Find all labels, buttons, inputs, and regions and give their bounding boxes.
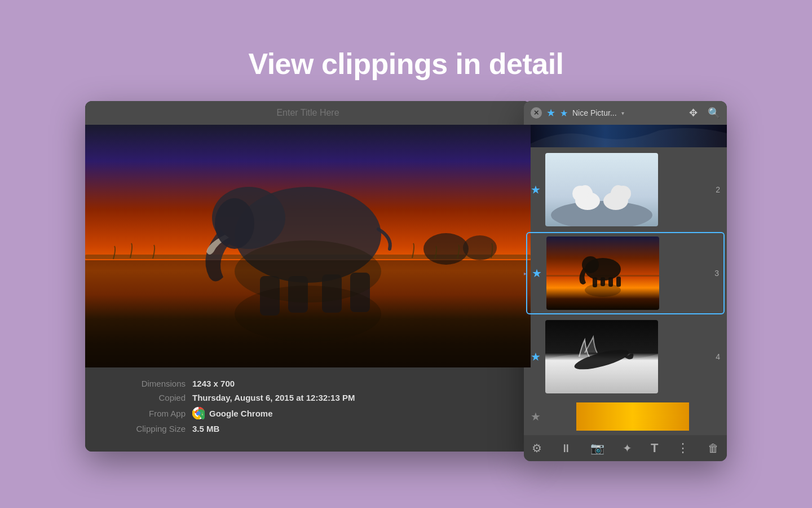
svg-point-15 bbox=[197, 411, 201, 415]
list-item[interactable]: ★ bbox=[526, 317, 725, 397]
from-app-value: Google Chrome bbox=[209, 409, 273, 418]
elephant-scene bbox=[85, 125, 531, 367]
list-item[interactable]: ★ bbox=[526, 399, 725, 433]
svg-point-8 bbox=[423, 233, 469, 265]
detail-image-area bbox=[85, 125, 531, 367]
from-app-row: From App Google Chrome bbox=[102, 407, 514, 419]
item-thumbnail bbox=[545, 153, 658, 226]
text-icon[interactable]: T bbox=[651, 441, 658, 456]
dimensions-value: 1243 x 700 bbox=[192, 379, 235, 388]
trash-icon[interactable]: 🗑 bbox=[708, 442, 719, 455]
dimensions-label: Dimensions bbox=[102, 379, 192, 388]
chevron-down-icon[interactable]: ▾ bbox=[621, 110, 624, 116]
dimensions-row: Dimensions 1243 x 700 bbox=[102, 379, 514, 388]
chrome-icon bbox=[192, 407, 205, 419]
page-title: View clippings in detail bbox=[248, 47, 563, 81]
close-button[interactable]: ✕ bbox=[531, 107, 542, 119]
sidebar-top-image bbox=[524, 125, 727, 147]
copied-value: Thursday, August 6, 2015 at 12:32:13 PM bbox=[192, 393, 355, 402]
sidebar-panel: ✕ ★ ★ Nice Pictur... ▾ ✥ 🔍 bbox=[524, 101, 727, 461]
clipping-size-value: 3.5 MB bbox=[192, 424, 219, 433]
sidebar-titlebar: ✕ ★ ★ Nice Pictur... ▾ ✥ 🔍 bbox=[524, 101, 727, 125]
item-thumbnail bbox=[546, 237, 659, 310]
svg-point-3 bbox=[215, 198, 254, 249]
favorite-star-icon[interactable]: ★ bbox=[546, 107, 555, 119]
pause-icon[interactable]: ⏸ bbox=[561, 442, 572, 455]
item-number: 2 bbox=[711, 185, 720, 194]
move-icon[interactable]: ✥ bbox=[689, 107, 698, 119]
item-thumbnail bbox=[545, 402, 720, 431]
selection-arrow: ▶ bbox=[524, 266, 527, 281]
svg-rect-30 bbox=[616, 277, 621, 287]
copied-label: Copied bbox=[102, 393, 192, 402]
gear-icon[interactable]: ⚙ bbox=[532, 441, 542, 455]
list-item-active[interactable]: ▶ ★ bbox=[526, 232, 725, 314]
detail-titlebar bbox=[85, 101, 531, 125]
item-star-icon[interactable]: ★ bbox=[532, 266, 542, 280]
sidebar-bottom-toolbar: ⚙ ⏸ 📷 ✦ T ⋮ 🗑 bbox=[524, 435, 727, 461]
clipping-size-label: Clipping Size bbox=[102, 424, 192, 433]
item-thumbnail bbox=[545, 320, 658, 393]
search-icon[interactable]: 🔍 bbox=[708, 107, 720, 119]
main-container: Dimensions 1243 x 700 Copied Thursday, A… bbox=[85, 101, 727, 461]
detail-info: Dimensions 1243 x 700 Copied Thursday, A… bbox=[85, 367, 531, 452]
item-star-icon[interactable]: ★ bbox=[531, 183, 541, 196]
copied-row: Copied Thursday, August 6, 2015 at 12:32… bbox=[102, 393, 514, 402]
camera-icon[interactable]: 📷 bbox=[590, 441, 604, 455]
from-app-label: From App bbox=[102, 409, 192, 418]
item-star-icon[interactable]: ★ bbox=[531, 410, 541, 423]
item-number: 4 bbox=[711, 352, 720, 361]
clipping-size-row: Clipping Size 3.5 MB bbox=[102, 424, 514, 433]
detail-panel: Dimensions 1243 x 700 Copied Thursday, A… bbox=[85, 101, 531, 452]
svg-rect-34 bbox=[576, 402, 689, 431]
sidebar-title: Nice Pictur... bbox=[572, 108, 617, 117]
star-icon[interactable]: ✦ bbox=[623, 441, 632, 455]
sidebar-list: ★ bbox=[524, 147, 727, 435]
svg-point-31 bbox=[585, 283, 621, 297]
item-number: 3 bbox=[710, 269, 719, 278]
more-options-icon[interactable]: ⋮ bbox=[677, 441, 689, 456]
detail-title-input[interactable] bbox=[94, 108, 522, 118]
svg-point-12 bbox=[235, 286, 381, 342]
item-star-icon[interactable]: ★ bbox=[531, 350, 541, 364]
close-icon: ✕ bbox=[533, 109, 539, 117]
list-item[interactable]: ★ bbox=[526, 150, 725, 230]
starred-title-icon: ★ bbox=[560, 108, 568, 119]
